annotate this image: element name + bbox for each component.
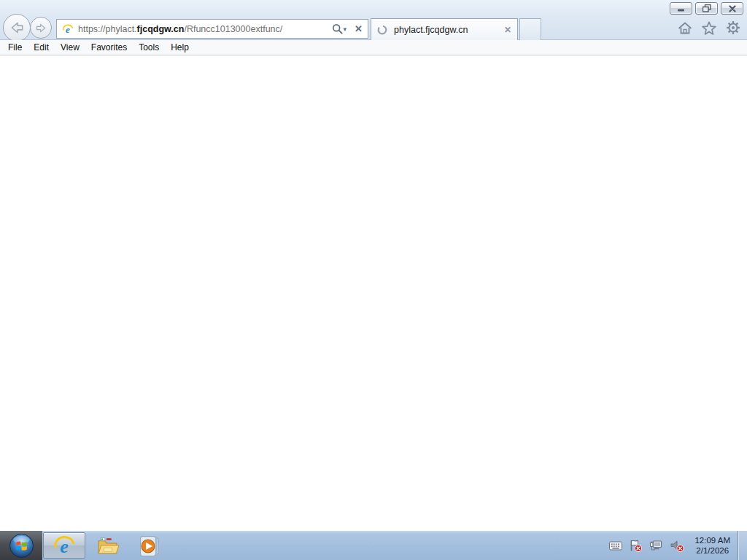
svg-text:e: e [60,536,69,557]
window-controls [670,2,743,15]
ie-favicon: e [62,23,74,35]
keyboard-icon[interactable] [609,541,622,551]
address-bar[interactable]: e https://phylact.fjcqdgw.cn/Rfuncc10130… [56,19,368,39]
tab-close-icon[interactable]: ✕ [504,25,511,35]
home-icon[interactable] [678,21,692,35]
page-content [0,55,747,531]
loading-spinner-icon [377,25,387,35]
network-disconnected-icon[interactable] [649,539,663,553]
taskbar-internet-explorer-button[interactable]: e [43,532,85,559]
menu-bar: File Edit View Favorites Tools Help [0,40,747,55]
explorer-folder-icon [96,534,120,558]
media-player-icon [138,534,162,558]
restore-icon [703,4,711,12]
clock-time: 12:09 AM [694,535,730,545]
clock-date: 2/1/2026 [694,545,730,556]
menu-view[interactable]: View [55,41,85,54]
taskbar-explorer-button[interactable] [86,531,128,560]
back-arrow-icon [9,20,25,36]
url-text[interactable]: https://phylact.fjcqdgw.cn/Rfuncc1013000… [78,24,332,34]
system-tray: 12:09 AM 2/1/2026 [609,531,738,560]
tools-gear-icon[interactable] [726,20,740,35]
menu-tools[interactable]: Tools [133,41,165,54]
close-button[interactable] [721,2,743,15]
command-icons [678,20,740,35]
close-icon [729,5,736,12]
browser-tab[interactable]: phylact.fjcqdgw.cn ✕ [371,18,518,40]
menu-favorites[interactable]: Favorites [85,41,133,54]
volume-muted-icon[interactable] [670,539,684,553]
favorites-star-icon[interactable] [702,21,716,35]
action-center-flag-error-icon[interactable] [629,539,643,553]
taskbar-media-player-button[interactable] [128,531,171,560]
restore-button[interactable] [695,2,718,15]
back-button[interactable] [3,14,31,42]
stop-button-icon[interactable]: ✕ [355,23,363,34]
minimize-icon [677,5,685,12]
new-tab-button[interactable] [519,18,541,40]
url-path: /Rfuncc1013000extfunc/ [184,24,282,34]
url-prefix: https://phylact. [78,24,137,34]
forward-button[interactable] [30,17,52,39]
browser-chrome: e https://phylact.fjcqdgw.cn/Rfuncc10130… [0,0,747,40]
show-desktop-button[interactable] [738,531,747,560]
url-domain: fjcqdgw.cn [137,24,185,34]
menu-file[interactable]: File [2,41,28,54]
menu-edit[interactable]: Edit [28,41,55,54]
search-dropdown-caret-icon[interactable]: ▾ [344,26,347,33]
minimize-button[interactable] [670,2,692,15]
internet-explorer-icon: e [53,534,76,557]
start-button[interactable] [0,531,42,560]
search-magnifier-icon[interactable] [332,23,343,34]
taskbar-clock[interactable]: 12:09 AM 2/1/2026 [694,535,730,556]
taskbar: e [0,531,747,560]
forward-arrow-icon [35,22,47,34]
desktop-screen: e https://phylact.fjcqdgw.cn/Rfuncc10130… [0,0,747,560]
tab-title: phylact.fjcqdgw.cn [394,25,468,35]
svg-text:e: e [66,24,70,35]
menu-help[interactable]: Help [165,41,195,54]
windows-start-orb [9,533,34,559]
address-bar-controls: ▾ ✕ [332,23,364,34]
